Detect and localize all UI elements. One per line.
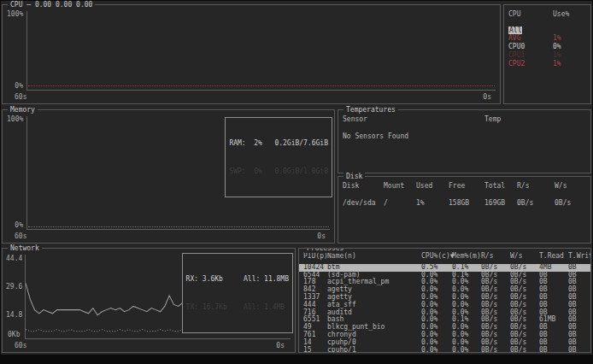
memory-x-right-label: 0s [317,232,326,241]
network-y-label-4: 0Kb [8,331,20,339]
disk-cell: / [384,199,416,208]
temperatures-empty-message: No Sensors Found [338,132,590,141]
cpu-legend-entry-label: CPU1 [508,51,553,60]
process-cell: 0B [568,347,590,353]
cpu-legend-col-use[interactable]: Use% [553,10,590,19]
column-header[interactable]: Total [484,182,517,191]
temperatures-panel[interactable]: Temperatures Sensor Temp No Sensors Foun… [338,109,591,173]
cpu-legend-col-name[interactable]: CPU [508,10,553,19]
cpu-legend-entry-value [553,26,590,35]
disk-panel-title: Disk [343,173,365,181]
cpu-avg-line [28,85,495,86]
column-header[interactable]: W/s [510,253,539,261]
cpu-legend-entry-value: 1% [553,60,590,68]
disk-row[interactable]: /dev/sda/1%158GB169GB0B/s0B/s [338,199,590,208]
cpu-y-min-label: 0% [4,82,23,91]
process-cell: 0B [539,347,568,353]
memory-panel-title: Memory [8,106,38,114]
network-rx-legend: RX: 3.6Kb All: 11.8MB [186,274,289,284]
memory-y-max-label: 100% [7,115,23,124]
temperatures-col-sensor[interactable]: Sensor [343,115,484,124]
cpu-legend-entry[interactable]: CPU00% [504,43,590,51]
cpu-graph [26,11,496,91]
process-cell: 0B/s [481,347,510,353]
temperatures-panel-title: Temperatures [343,106,398,114]
column-header[interactable]: PID(p) [303,253,327,261]
column-header[interactable]: Used [416,182,449,191]
cpu-legend-entry-label: All [508,26,522,35]
disk-cell: /dev/sda [343,199,384,208]
network-y-label-2: 29.6 [6,283,22,291]
cpu-legend-entry-label: CPU2 [508,60,553,68]
process-cell: 0B/s [510,347,539,353]
cpu-legend-entry[interactable]: CPU21% [504,60,590,68]
cpu-legend-entry[interactable]: All [504,26,590,35]
cpu-legend-list: AllAVG1%CPU00%CPU11%CPU21% [504,26,590,68]
column-header[interactable]: W/s [555,182,590,191]
memory-panel[interactable]: Memory 100% 0% 60s 0s RAM: 2% 0.2GiB/7.6… [2,109,335,244]
memory-ram-line [28,226,329,227]
column-header[interactable]: T.Read [539,253,568,261]
process-cell: cpuhp/1 [327,347,421,353]
disk-panel[interactable]: Disk DiskMountUsedFreeTotalR/sW/s /dev/s… [338,176,591,244]
network-x-right-label: 0s [276,342,285,350]
column-header[interactable]: Disk [343,182,384,191]
process-rows: 10424btm0.5%0.1%0B/s0B/s4MB0B6544(sd-pam… [299,264,590,353]
disk-cell: 0B/s [517,199,555,208]
cpu-legend-entry-value: 1% [553,34,590,43]
cpu-legend-entry-value: 1% [553,51,590,60]
cpu-panel[interactable]: CPU ─ 0.00 0.00 0.00 100% 0% 60s 0s [2,4,501,104]
cpu-x-right-label: 0s [483,93,491,102]
disk-cell: 169GB [484,199,517,208]
disk-cell: 1% [416,199,449,208]
network-x-left-label: 60s [15,342,26,350]
cpu-legend-entry-label: CPU0 [508,43,553,51]
process-row[interactable]: 15cpuhp/10.0%0.0%0B/s0B/s0B0B [299,347,590,353]
column-header[interactable]: R/s [481,253,510,261]
cpu-legend-entry-label: AVG [508,34,553,43]
process-cell: 0.0% [421,347,452,353]
column-header[interactable]: Mem%(m) [452,253,481,261]
disk-cell: 158GB [449,199,484,208]
cpu-legend-panel[interactable]: CPU Use% AllAVG1%CPU00%CPU11%CPU21% [503,4,591,104]
column-header[interactable]: R/s [517,182,555,191]
temperatures-col-temp[interactable]: Temp [484,115,590,124]
network-y-label-1: 44.4 [6,255,22,263]
column-header[interactable]: Mount [384,182,416,191]
network-y-label-3: 14.8 [6,311,22,320]
network-legend-box: RX: 3.6Kb All: 11.8MB TX: 16.7Kb All: 1.… [182,253,293,333]
network-tx-legend: TX: 16.7Kb All: 1.4MB [186,302,289,312]
processes-panel-title: Processes [304,248,346,253]
disk-rows: /dev/sda/1%158GB169GB0B/s0B/s [338,199,590,208]
cpu-legend-entry[interactable]: AVG1% [504,34,590,43]
column-header[interactable]: Name(n) [327,253,421,261]
cpu-panel-title: CPU ─ 0.00 0.00 0.00 [8,1,95,9]
disk-cell: 0B/s [555,199,590,208]
processes-header-row: PID(p)Name(n)CPU%(c)▼Mem%(m)R/sW/sT.Read… [299,253,590,261]
memory-ram-legend: RAM: 2% 0.2GiB/7.6GiB [229,138,328,148]
network-panel-title: Network [8,244,42,253]
cpu-legend-entry[interactable]: CPU11% [504,51,590,60]
cpu-legend-header: CPU Use% [504,10,590,19]
column-header[interactable]: T.Write [568,253,591,261]
temperatures-header: Sensor Temp [338,115,590,124]
memory-x-left-label: 60s [15,232,26,241]
cpu-y-max-label: 100% [7,10,23,19]
network-panel[interactable]: Network 44.4 29.6 14.8 0Kb 60s 0s RX: 3.… [2,248,296,353]
disk-header-row: DiskMountUsedFreeTotalR/sW/s [338,182,590,191]
cpu-x-left-label: 60s [15,93,26,102]
memory-y-min-label: 0% [4,221,23,230]
terminal-screen: CPU ─ 0.00 0.00 0.00 100% 0% 60s 0s CPU … [0,0,593,364]
column-header[interactable]: Free [449,182,484,191]
process-cell: 0.0% [452,347,481,353]
column-header[interactable]: CPU%(c)▼ [421,253,452,261]
memory-legend-box: RAM: 2% 0.2GiB/7.6GiB SWP: 0% 0.0GiB/1.0… [225,117,332,197]
process-cell: 15 [303,347,327,353]
processes-panel[interactable]: Processes PID(p)Name(n)CPU%(c)▼Mem%(m)R/… [298,248,591,353]
memory-swp-legend: SWP: 0% 0.0GiB/1.0GiB [229,167,328,176]
cpu-legend-entry-value: 0% [553,43,590,51]
